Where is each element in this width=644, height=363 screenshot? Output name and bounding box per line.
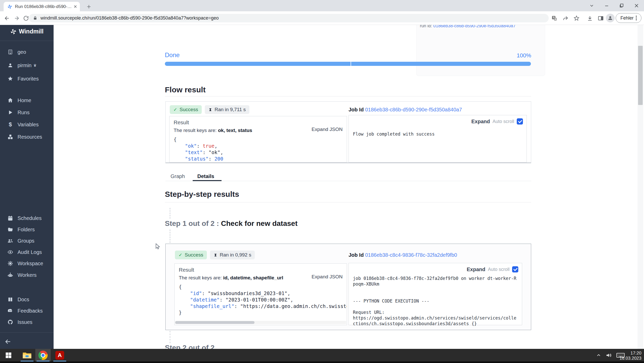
result-json: { "ok": true, "text": "ok", "status": 20…: [174, 136, 343, 162]
menu-dots-icon[interactable]: [636, 16, 637, 20]
clock-date: 16.03.2023: [620, 356, 641, 361]
clock-time: 17:20: [620, 351, 641, 356]
result-json: { "id": "swissboundaries3d_2023-01", "da…: [179, 284, 343, 316]
run-info-card: [416, 25, 545, 76]
flow-log-text: Flow job completed with success: [353, 131, 523, 137]
screen: Run 0186eb38-c86b-d590-290e-: [0, 0, 644, 363]
vertical-scrollbar-thumb[interactable]: [638, 46, 643, 105]
acrobat-taskbar-button[interactable]: A: [52, 349, 67, 361]
step1-heading-prefix: Step 1 out of 2 :: [165, 219, 219, 227]
tab-details[interactable]: Details: [197, 173, 214, 179]
step1-heading: Step 1 out of 2 : Check for new dataset: [165, 219, 298, 228]
step1-badges: ✓ Success Ran in 0,992 s: [175, 251, 255, 259]
chrome-icon: [38, 351, 48, 360]
close-button[interactable]: [629, 0, 644, 11]
address-bar[interactable]: windmill.sourcepole.ch/run/0186eb38-c86b…: [29, 14, 549, 22]
progress-status: Done: [165, 51, 180, 59]
job-id-link[interactable]: 0186eb38-c86b-d590-290e-f5d350a840a7: [365, 107, 462, 112]
success-label: Success: [185, 252, 203, 258]
chevron-up-icon: [596, 353, 601, 358]
expand-link[interactable]: Expand: [471, 119, 490, 125]
tab-list-chevron-icon[interactable]: [584, 0, 599, 11]
bookmark-star-icon[interactable]: [573, 15, 580, 22]
auto-scroll-checkbox[interactable]: [517, 118, 523, 125]
duration-label: Ran in 9,711 s: [215, 107, 246, 112]
flow-log-panel: Expand Auto scroll Flow job completed wi…: [349, 115, 527, 162]
active-tab-underline: [193, 180, 222, 181]
flow-result-card: ✓ Success Ran in 9,711 s Job Id 0186eb38…: [165, 101, 531, 163]
log-controls: Expand Auto scroll: [467, 266, 518, 272]
app-active-indicator: [37, 361, 49, 361]
tab-close-icon[interactable]: [73, 5, 77, 8]
horizontal-scrollbar-thumb[interactable]: [175, 321, 255, 324]
profile-avatar[interactable]: [606, 14, 615, 22]
taskbar: A 17:20 16.03.2023: [0, 349, 644, 363]
tab-graph[interactable]: Graph: [171, 173, 185, 179]
download-icon[interactable]: [586, 15, 594, 22]
browser-toolbar: windmill.sourcepole.ch/run/0186eb38-c86b…: [0, 11, 644, 25]
minimize-button[interactable]: [599, 0, 614, 11]
run-id-value[interactable]: 0186eb38-c86b-d590-290e-f5d350a840a7: [433, 25, 516, 28]
file-explorer-icon: [22, 351, 32, 359]
job-id-label: Job Id: [349, 107, 364, 112]
browser-error-button[interactable]: Fehler: [616, 13, 641, 23]
app-active-indicator: [21, 361, 33, 361]
result-keys: ok, text, status: [218, 128, 252, 133]
new-tab-button[interactable]: [85, 3, 93, 11]
timeline-dash: [170, 331, 170, 343]
forward-button[interactable]: [13, 14, 21, 22]
auto-scroll-label: Auto scroll: [488, 267, 510, 272]
divider: [165, 202, 531, 202]
side-panel-icon[interactable]: [597, 15, 604, 22]
start-button[interactable]: [2, 349, 15, 361]
taskbar-clock[interactable]: 17:20 16.03.2023: [620, 351, 641, 361]
step1-card[interactable]: ✓ Success Ran in 0,992 s Job Id 0186eb38…: [165, 244, 531, 330]
restore-button[interactable]: [614, 0, 629, 11]
url-text: windmill.sourcepole.ch/run/0186eb38-c86b…: [40, 15, 219, 21]
share-icon[interactable]: [562, 15, 569, 22]
auto-scroll-label: Auto scroll: [493, 119, 514, 124]
step1-heading-title: Check for new dataset: [219, 219, 298, 227]
divider: [165, 96, 531, 96]
expand-link[interactable]: Expand: [467, 267, 485, 272]
back-button[interactable]: [3, 14, 11, 22]
app-active-indicator: [53, 361, 66, 361]
progress-bar: [165, 62, 531, 66]
volume-icon: [606, 352, 612, 359]
auto-scroll-checkbox[interactable]: [512, 266, 518, 272]
progress-bar-divider: [351, 62, 351, 66]
expand-json-link[interactable]: Expand JSON: [312, 127, 343, 132]
expand-json-link[interactable]: Expand JSON: [312, 274, 343, 280]
step1-job-id: Job Id 0186eb38-c8c4-9836-f78c-32fa2def9…: [349, 252, 457, 258]
file-explorer-button[interactable]: [19, 349, 35, 361]
browser-tab-strip: Run 0186eb38-c86b-d590-290e-: [0, 0, 644, 11]
success-badge: ✓ Success: [175, 251, 207, 259]
check-icon: ✓: [179, 252, 182, 258]
lock-icon: [33, 16, 37, 20]
chrome-taskbar-button[interactable]: [35, 349, 51, 361]
step1-result-panel: Result The result keys are: id, datetime…: [174, 263, 347, 325]
tray-expand-button[interactable]: [594, 349, 603, 361]
error-button-label: Fehler: [620, 15, 633, 21]
duration-badge: Ran in 9,711 s: [205, 105, 249, 114]
acrobat-icon: A: [55, 351, 64, 360]
volume-button[interactable]: [604, 349, 614, 361]
hourglass-icon: [214, 253, 217, 257]
horizontal-scrollbar[interactable]: [175, 321, 346, 324]
result-title: Result: [174, 119, 343, 126]
vertical-scrollbar[interactable]: [638, 25, 643, 349]
mouse-cursor: [155, 243, 161, 251]
job-id-label: Job Id: [349, 252, 364, 258]
job-id-link[interactable]: 0186eb38-c8c4-9836-f78c-32fa2def9fb0: [365, 252, 457, 258]
flow-badges: ✓ Success Ran in 9,711 s: [170, 105, 249, 114]
timeline-dash: [170, 229, 170, 243]
step2-heading: Step 2 out of 2: [165, 344, 215, 349]
log-controls: Expand Auto scroll: [471, 118, 523, 125]
browser-tab[interactable]: Run 0186eb38-c86b-d590-290e-: [4, 2, 80, 11]
result-title: Result: [179, 267, 343, 273]
step1-log-text: job 0186eb38-c8c4-9836-f78c-32fa2def9fb0…: [353, 276, 518, 326]
windows-logo-icon: [5, 352, 12, 359]
run-id-label: run id:: [420, 25, 432, 28]
translate-icon[interactable]: [551, 15, 558, 22]
windmill-favicon: [7, 4, 12, 9]
